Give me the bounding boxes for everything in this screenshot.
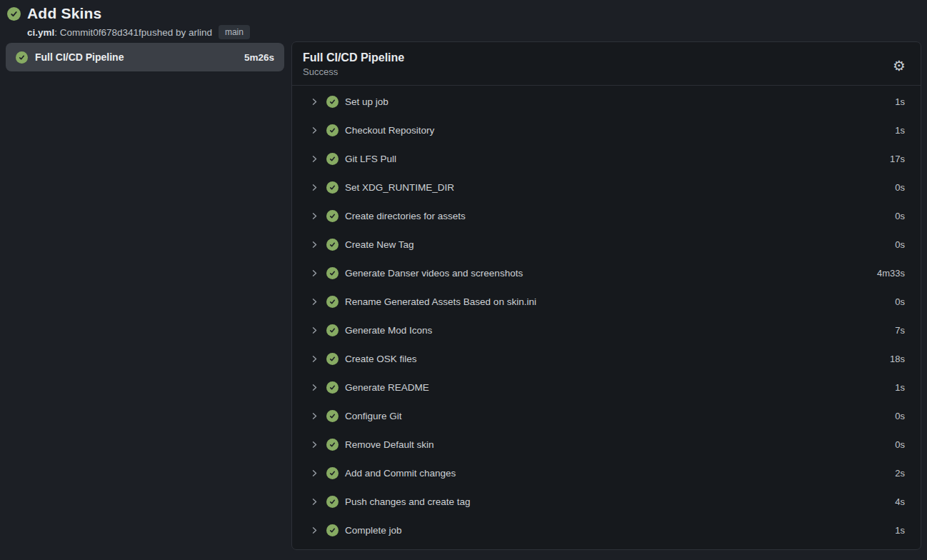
commit-suffix-text: pushed by arlind bbox=[141, 27, 212, 38]
job-duration: 5m26s bbox=[244, 52, 274, 63]
job-name: Full CI/CD Pipeline bbox=[35, 51, 124, 63]
chevron-right-icon bbox=[310, 526, 319, 535]
step-row[interactable]: Configure Git 0s bbox=[292, 401, 921, 430]
step-duration: 4s bbox=[895, 496, 905, 507]
step-name: Create directories for assets bbox=[345, 211, 466, 221]
chevron-right-icon bbox=[310, 297, 319, 306]
step-row[interactable]: Checkout Repository 1s bbox=[292, 116, 921, 144]
chevron-right-icon bbox=[310, 497, 319, 506]
step-duration: 0s bbox=[895, 439, 905, 450]
chevron-right-icon bbox=[310, 411, 319, 421]
step-success-check-icon bbox=[326, 524, 339, 536]
step-success-check-icon bbox=[326, 381, 339, 394]
step-success-check-icon bbox=[326, 439, 339, 451]
step-name: Complete job bbox=[345, 525, 402, 536]
step-name: Git LFS Pull bbox=[345, 154, 396, 164]
step-success-check-icon bbox=[326, 324, 339, 336]
step-duration: 0s bbox=[895, 182, 905, 193]
run-subtitle: ci.yml: Commit 0f678d341f pushed by arli… bbox=[27, 25, 250, 39]
step-success-check-icon bbox=[326, 239, 339, 251]
job-detail-title: Full CI/CD Pipeline bbox=[303, 51, 909, 64]
chevron-right-icon bbox=[310, 97, 319, 106]
job-success-check-icon bbox=[16, 51, 28, 64]
chevron-right-icon bbox=[310, 469, 319, 478]
gear-icon[interactable]: ⚙ bbox=[890, 56, 908, 75]
step-name: Create OSK files bbox=[345, 354, 417, 364]
step-duration: 1s bbox=[895, 96, 905, 107]
step-name: Push changes and create tag bbox=[345, 496, 471, 507]
step-name: Remove Default skin bbox=[345, 439, 434, 450]
job-detail-header: Full CI/CD Pipeline Success ⚙ bbox=[292, 42, 921, 86]
commit-hash-link[interactable]: 0f678d341f bbox=[93, 27, 141, 38]
step-duration: 2s bbox=[895, 468, 905, 479]
step-name: Generate Mod Icons bbox=[345, 325, 432, 336]
chevron-right-icon bbox=[310, 240, 319, 249]
chevron-right-icon bbox=[310, 383, 319, 392]
step-row[interactable]: Push changes and create tag 4s bbox=[292, 487, 921, 516]
job-detail-panel: Full CI/CD Pipeline Success ⚙ Set up job… bbox=[291, 41, 921, 550]
step-duration: 1s bbox=[895, 525, 905, 536]
step-row[interactable]: Git LFS Pull 17s bbox=[292, 144, 921, 173]
step-row[interactable]: Remove Default skin 0s bbox=[292, 430, 921, 459]
step-name: Set up job bbox=[345, 96, 389, 107]
step-name: Checkout Repository bbox=[345, 125, 434, 136]
step-duration: 17s bbox=[890, 154, 905, 164]
chevron-right-icon bbox=[310, 440, 319, 449]
step-success-check-icon bbox=[326, 296, 339, 308]
step-row[interactable]: Create New Tag 0s bbox=[292, 230, 921, 259]
chevron-right-icon bbox=[310, 354, 319, 364]
step-row[interactable]: Set XDG_RUNTIME_DIR 0s bbox=[292, 173, 921, 201]
step-name: Rename Generated Assets Based on skin.in… bbox=[345, 296, 536, 307]
run-title: Add Skins bbox=[27, 5, 101, 22]
step-name: Generate Danser videos and screenshots bbox=[345, 268, 523, 279]
run-success-check-icon bbox=[7, 7, 21, 21]
commit-prefix-text: : Commit bbox=[54, 27, 93, 38]
step-success-check-icon bbox=[326, 96, 339, 108]
step-row[interactable]: Set up job 1s bbox=[292, 87, 921, 116]
sidebar-job-item[interactable]: Full CI/CD Pipeline 5m26s bbox=[6, 43, 284, 71]
step-duration: 0s bbox=[895, 211, 905, 221]
workflow-file-name: ci.yml bbox=[27, 27, 54, 38]
step-name: Create New Tag bbox=[345, 239, 414, 250]
step-duration: 1s bbox=[895, 125, 905, 136]
step-success-check-icon bbox=[326, 410, 339, 422]
step-row[interactable]: Rename Generated Assets Based on skin.in… bbox=[292, 287, 921, 316]
step-duration: 0s bbox=[895, 411, 905, 421]
step-duration: 1s bbox=[895, 382, 905, 393]
step-row[interactable]: Add and Commit changes 2s bbox=[292, 459, 921, 487]
step-success-check-icon bbox=[326, 210, 339, 222]
job-status-text: Success bbox=[303, 66, 909, 77]
step-duration: 0s bbox=[895, 296, 905, 307]
branch-badge[interactable]: main bbox=[219, 25, 250, 39]
chevron-right-icon bbox=[310, 211, 319, 221]
workflow-run-page: Add Skins ci.yml: Commit 0f678d341f push… bbox=[0, 0, 927, 560]
step-success-check-icon bbox=[326, 496, 339, 508]
step-success-check-icon bbox=[326, 467, 339, 479]
step-duration: 4m33s bbox=[877, 268, 905, 279]
step-duration: 18s bbox=[890, 354, 905, 364]
step-name: Set XDG_RUNTIME_DIR bbox=[345, 182, 454, 193]
step-row[interactable]: Generate Danser videos and screenshots 4… bbox=[292, 259, 921, 287]
chevron-right-icon bbox=[310, 126, 319, 135]
step-row[interactable]: Generate Mod Icons 7s bbox=[292, 316, 921, 344]
chevron-right-icon bbox=[310, 269, 319, 278]
run-header: Add Skins ci.yml: Commit 0f678d341f push… bbox=[7, 5, 250, 39]
step-success-check-icon bbox=[326, 353, 339, 365]
step-success-check-icon bbox=[326, 181, 339, 194]
chevron-right-icon bbox=[310, 326, 319, 335]
step-name: Configure Git bbox=[345, 411, 402, 421]
step-success-check-icon bbox=[326, 267, 339, 279]
step-list: Set up job 1s Checkout Repository 1s Git… bbox=[292, 86, 921, 549]
step-success-check-icon bbox=[326, 124, 339, 136]
step-row[interactable]: Create OSK files 18s bbox=[292, 344, 921, 373]
step-duration: 0s bbox=[895, 239, 905, 250]
step-row[interactable]: Complete job 1s bbox=[292, 516, 921, 544]
step-duration: 7s bbox=[895, 325, 905, 336]
step-row[interactable]: Create directories for assets 0s bbox=[292, 201, 921, 230]
step-success-check-icon bbox=[326, 153, 339, 165]
chevron-right-icon bbox=[310, 154, 319, 164]
step-name: Add and Commit changes bbox=[345, 468, 456, 479]
chevron-right-icon bbox=[310, 183, 319, 192]
step-name: Generate README bbox=[345, 382, 429, 393]
step-row[interactable]: Generate README 1s bbox=[292, 373, 921, 401]
